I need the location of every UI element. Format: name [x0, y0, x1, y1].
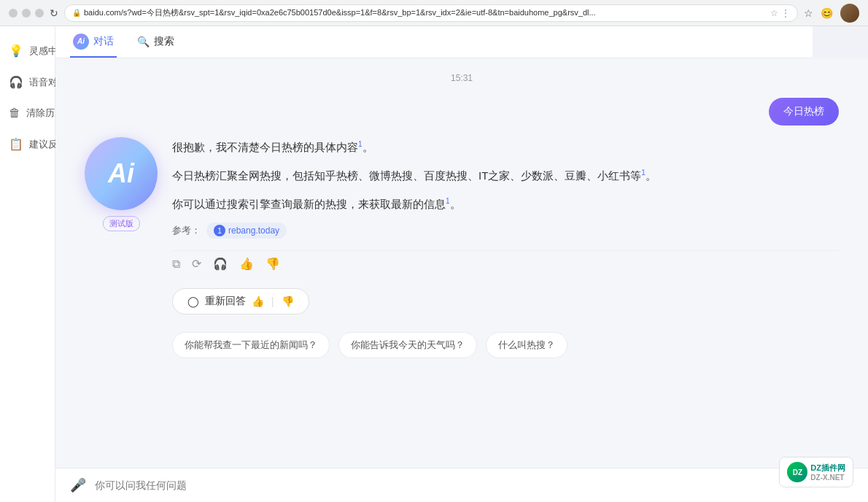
search-nav-icon: 🔍 — [137, 36, 150, 47]
regenerate-spinner-icon: ◯ — [187, 296, 199, 307]
regen-thumbup-icon[interactable]: 👍 — [252, 296, 264, 307]
ai-avatar-label: Ai — [108, 158, 134, 189]
ai-response-block: Ai 测试版 很抱歉，我不清楚今日热榜的具体内容1。 今日热榜汇聚全网热搜，包括… — [85, 137, 839, 373]
mic-icon[interactable]: 🎤 — [70, 477, 86, 493]
ai-logo-text: Ai — [77, 37, 85, 45]
sidebar-item-clear[interactable]: 🗑 清除历史 — [0, 98, 55, 128]
sidebar-item-feedback[interactable]: 📋 建议反馈 — [0, 128, 55, 160]
suggestion-chip-1-text: 你能告诉我今天的天气吗？ — [351, 339, 465, 350]
lock-icon: 🔒 — [72, 9, 81, 17]
dot-red — [9, 9, 18, 18]
browser-chrome: ↻ 🔒 baidu.com/s?wd=今日热榜&rsv_spt=1&rsv_iq… — [0, 0, 868, 26]
tab-dialogue[interactable]: Ai 对话 — [70, 26, 117, 58]
response-line3-end: 。 — [450, 198, 461, 210]
share-icon[interactable]: ⟳ — [192, 257, 201, 271]
thumbup-icon[interactable]: 👍 — [239, 257, 254, 271]
input-area: 🎤 — [55, 468, 868, 502]
response-line-3: 你可以通过搜索引擎查询最新的热搜，来获取最新的信息1。 — [172, 194, 839, 214]
copy-icon[interactable]: ⧉ — [172, 258, 180, 271]
ai-avatar: Ai — [85, 137, 158, 210]
regenerate-label: 重新回答 — [205, 295, 246, 308]
ext-icon[interactable]: ⋮ — [781, 8, 790, 18]
tab-dialogue-label: 对话 — [93, 35, 114, 48]
address-bar[interactable]: 🔒 baidu.com/s?wd=今日热榜&rsv_spt=1&rsv_iqid… — [64, 4, 798, 22]
action-icons-left: ⧉ ⟳ 🎧 👍 👎 — [172, 257, 280, 271]
response-line1-end: 。 — [363, 141, 373, 153]
suggestion-chip-2-text: 什么叫热搜？ — [498, 339, 555, 350]
tab-search-label: 搜索 — [154, 35, 174, 48]
beta-tag: 测试版 — [103, 216, 140, 231]
user-avatar[interactable] — [840, 4, 859, 23]
suggestions-row: 你能帮我查一下最近的新闻吗？ 你能告诉我今天的天气吗？ 什么叫热搜？ — [172, 332, 839, 358]
response-content: 很抱歉，我不清楚今日热榜的具体内容1。 今日热榜汇聚全网热搜，包括知乎热榜、微博… — [172, 137, 839, 373]
browser-actions: ☆ 😊 — [804, 4, 859, 23]
regen-divider: | — [271, 296, 274, 307]
inspiration-icon: 💡 — [9, 44, 23, 58]
audio-icon[interactable]: 🎧 — [213, 257, 228, 271]
reference-label: 参考： — [172, 224, 201, 237]
app-container: 💡 灵感中心 热门 🎧 语音对话 🗑 清除历史 📋 建议反馈 Ai 对话 — [0, 26, 868, 502]
reference-link[interactable]: 1 rebang.today — [206, 223, 287, 239]
bookmark-icon[interactable]: ☆ — [770, 8, 778, 18]
main-content: Ai 对话 🔍 搜索 15:31 今日热榜 Ai 测试版 — [55, 26, 868, 502]
ref-link-text: rebang.today — [228, 225, 279, 236]
dot-green — [35, 9, 44, 18]
dot-yellow — [22, 9, 31, 18]
feedback-icon: 📋 — [9, 137, 23, 151]
suggestion-chip-1[interactable]: 你能告诉我今天的天气吗？ — [338, 332, 477, 358]
url-text: baidu.com/s?wd=今日热榜&rsv_spt=1&rsv_iqid=0… — [84, 7, 767, 18]
response-line2-end: 。 — [646, 169, 656, 182]
dz-sublabel: DZ-X.NET — [810, 474, 845, 482]
ai-avatar-area: Ai 测试版 — [85, 137, 158, 373]
refresh-icon[interactable]: ↻ — [50, 7, 58, 19]
tab-search[interactable]: 🔍 搜索 — [134, 26, 177, 58]
response-line2-text: 今日热榜汇聚全网热搜，包括知乎热榜、微博热搜、百度热搜、IT之家、少数派、豆瓣、… — [172, 169, 641, 182]
hot-button[interactable]: 今日热榜 — [769, 98, 839, 126]
response-line1-text: 很抱歉，我不清楚今日热榜的具体内容 — [172, 141, 358, 153]
sidebar-item-voice[interactable]: 🎧 语音对话 — [0, 66, 55, 98]
suggestion-chip-2[interactable]: 什么叫热搜？ — [486, 332, 567, 358]
trash-icon: 🗑 — [9, 107, 20, 120]
ai-logo-icon: Ai — [73, 34, 89, 50]
response-line3-text: 你可以通过搜索引擎查询最新的热搜，来获取最新的信息 — [172, 198, 446, 210]
action-bar: ⧉ ⟳ 🎧 👍 👎 — [172, 250, 839, 277]
response-line-1: 很抱歉，我不清楚今日热榜的具体内容1。 — [172, 137, 839, 157]
dz-label: DZ插件网 — [810, 463, 845, 474]
chat-area: 15:31 今日热榜 Ai 测试版 很抱歉，我不清楚今日热榜的具体内容1。 — [55, 58, 868, 468]
window-controls — [9, 9, 44, 18]
sidebar-item-inspiration[interactable]: 💡 灵感中心 热门 — [0, 35, 55, 66]
voice-icon: 🎧 — [9, 75, 23, 89]
response-line-2: 今日热榜汇聚全网热搜，包括知乎热榜、微博热搜、百度热搜、IT之家、少数派、豆瓣、… — [172, 166, 839, 185]
timestamp: 15:31 — [85, 73, 839, 83]
left-sidebar: 💡 灵感中心 热门 🎧 语音对话 🗑 清除历史 📋 建议反馈 — [0, 26, 55, 502]
thumbdown-icon[interactable]: 👎 — [266, 257, 280, 271]
suggestion-chip-0[interactable]: 你能帮我查一下最近的新闻吗？ — [172, 332, 330, 358]
bookmark-bar-icon[interactable]: ☆ — [804, 7, 813, 19]
dz-logo: DZ — [787, 462, 807, 482]
ref-num: 1 — [214, 225, 225, 236]
regen-thumbdown-icon[interactable]: 👎 — [282, 296, 294, 307]
profile-icon[interactable]: 😊 — [821, 7, 833, 19]
regenerate-button[interactable]: ◯ 重新回答 👍 | 👎 — [172, 288, 309, 314]
chat-input[interactable] — [95, 479, 853, 491]
suggestion-chip-0-text: 你能帮我查一下最近的新闻吗？ — [185, 339, 317, 350]
top-nav: Ai 对话 🔍 搜索 — [55, 26, 813, 58]
dz-watermark: DZ DZ插件网 DZ-X.NET — [779, 457, 853, 487]
reference-row: 参考： 1 rebang.today — [172, 223, 839, 239]
